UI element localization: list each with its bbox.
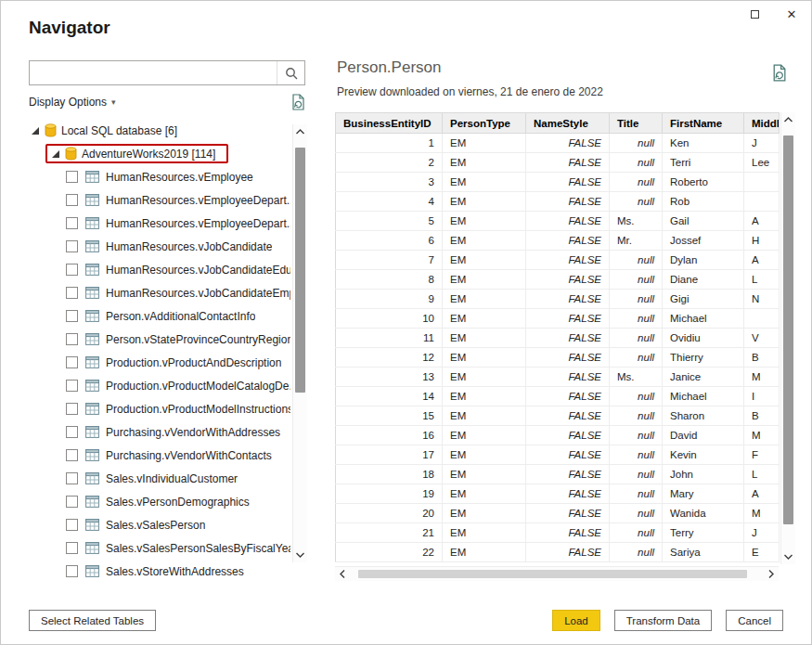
scroll-track[interactable]: [350, 567, 764, 581]
table-checkbox[interactable]: [66, 287, 78, 299]
table-icon: [85, 519, 99, 531]
tree-item-table[interactable]: Production.vProductModelInstructions: [29, 397, 290, 420]
table-checkbox[interactable]: [66, 519, 78, 531]
tree-item-table[interactable]: Sales.vSalesPersonSalesByFiscalYears: [29, 536, 290, 560]
table-checkbox[interactable]: [66, 217, 78, 229]
table-checkbox[interactable]: [66, 496, 78, 508]
display-options-dropdown[interactable]: Display Options ▾: [29, 96, 116, 109]
table-cell: EM: [443, 134, 526, 153]
maximize-button[interactable]: [746, 6, 763, 22]
navigator-dialog: Navigator ✕ Display Options ▾: [0, 0, 812, 645]
table-checkbox[interactable]: [66, 356, 78, 368]
table-icon: [85, 333, 99, 345]
table-checkbox[interactable]: [66, 449, 78, 461]
tree-item-server[interactable]: Local SQL database [6]: [29, 119, 290, 142]
column-header: NameStyle: [526, 113, 610, 134]
table-checkbox[interactable]: [66, 333, 78, 345]
table-cell: Terry: [663, 523, 744, 543]
tree-item-label: Production.vProductModelInstructions: [106, 403, 290, 416]
table-checkbox[interactable]: [66, 565, 78, 577]
table-row: 15EMFALSEnullSharonB: [336, 406, 780, 426]
load-button[interactable]: Load: [552, 610, 600, 631]
scroll-up-icon[interactable]: [293, 124, 308, 139]
table-row: 1EMFALSEnullKenJ: [336, 134, 780, 153]
table-cell: Ovidiu: [663, 329, 744, 348]
table-cell: Kevin: [663, 445, 744, 465]
table-checkbox[interactable]: [66, 264, 78, 276]
scroll-right-icon[interactable]: [764, 567, 779, 582]
table-cell: 22: [336, 543, 443, 562]
tree-scrollbar[interactable]: [292, 124, 307, 562]
table-cell: EM: [443, 426, 526, 445]
table-row: 16EMFALSEnullDavidM: [336, 426, 780, 445]
table-row: 8EMFALSEnullDianeL: [336, 270, 780, 290]
tree-item-database[interactable]: AdventureWorks2019 [114]: [29, 142, 290, 165]
scroll-thumb[interactable]: [295, 148, 305, 393]
table-cell: FALSE: [526, 387, 610, 406]
expander-icon[interactable]: [31, 126, 40, 135]
scroll-down-icon[interactable]: [293, 548, 308, 562]
tree-item-table[interactable]: Purchasing.vVendorWithContacts: [29, 444, 290, 467]
database-icon: [45, 123, 57, 137]
table-checkbox[interactable]: [66, 542, 78, 554]
table-checkbox[interactable]: [66, 240, 78, 252]
tree-item-table[interactable]: Sales.vIndividualCustomer: [29, 467, 290, 490]
table-cell: FALSE: [526, 543, 610, 562]
tree-item-table[interactable]: Production.vProductModelCatalogDe...: [29, 374, 290, 397]
table-checkbox[interactable]: [66, 310, 78, 322]
refresh-preview-icon[interactable]: [771, 64, 787, 82]
scroll-thumb[interactable]: [358, 570, 747, 578]
table-cell: null: [610, 309, 663, 329]
table-cell: EM: [443, 484, 526, 504]
search-button[interactable]: [277, 61, 304, 84]
tree-item-table[interactable]: HumanResources.vJobCandidateEduc...: [29, 258, 290, 281]
tree-item-table[interactable]: Person.vAdditionalContactInfo: [29, 304, 290, 328]
maximize-icon: [751, 10, 759, 19]
tree-table-list: HumanResources.vEmployee HumanResources.…: [29, 165, 290, 583]
tree-item-table[interactable]: HumanResources.vJobCandidate: [29, 235, 290, 258]
cancel-button[interactable]: Cancel: [726, 610, 783, 631]
tree-item-table[interactable]: Sales.vSalesPerson: [29, 513, 290, 536]
table-checkbox[interactable]: [66, 380, 78, 392]
table-cell: null: [610, 484, 663, 504]
scroll-left-icon[interactable]: [335, 567, 350, 582]
preview-table-body: 1EMFALSEnullKenJ2EMFALSEnullTerriLee3EMF…: [336, 134, 780, 562]
tree-item-table[interactable]: Sales.vPersonDemographics: [29, 490, 290, 513]
table-cell: 10: [336, 309, 443, 329]
preview-vscrollbar[interactable]: [780, 112, 795, 564]
scroll-down-icon[interactable]: [781, 549, 796, 564]
tree-item-table[interactable]: HumanResources.vEmployeeDepart...: [29, 188, 290, 212]
tree-item-table[interactable]: Production.vProductAndDescription: [29, 351, 290, 374]
select-related-tables-button[interactable]: Select Related Tables: [29, 610, 156, 631]
table-icon: [85, 380, 99, 392]
tree-item-label: Sales.vStoreWithAddresses: [106, 565, 244, 578]
preview-hscrollbar[interactable]: [335, 566, 779, 581]
table-row: 11EMFALSEnullOvidiuV: [336, 329, 780, 348]
scroll-track[interactable]: [781, 127, 795, 549]
transform-data-button[interactable]: Transform Data: [614, 610, 712, 631]
search-input[interactable]: [30, 61, 277, 84]
tree-item-table[interactable]: Purchasing.vVendorWithAddresses: [29, 420, 290, 444]
scroll-track[interactable]: [293, 139, 307, 548]
scroll-up-icon[interactable]: [781, 112, 796, 127]
table-checkbox[interactable]: [66, 171, 78, 183]
table-checkbox[interactable]: [66, 403, 78, 415]
table-cell: FALSE: [526, 504, 610, 523]
table-cell: EM: [443, 387, 526, 406]
tree-item-table[interactable]: Person.vStateProvinceCountryRegion: [29, 328, 290, 351]
scroll-thumb[interactable]: [783, 135, 793, 524]
table-checkbox[interactable]: [66, 426, 78, 438]
tree-item-table[interactable]: HumanResources.vEmployeeDepart...: [29, 212, 290, 235]
tree-item-table[interactable]: Sales.vStoreWithAddresses: [29, 560, 290, 583]
table-checkbox[interactable]: [66, 472, 78, 484]
table-cell: FALSE: [526, 445, 610, 465]
table-checkbox[interactable]: [66, 194, 78, 206]
tree-item-table[interactable]: HumanResources.vJobCandidateEmp...: [29, 281, 290, 304]
table-cell: Sariya: [663, 543, 744, 562]
expander-icon[interactable]: [51, 149, 60, 159]
tree-item-table[interactable]: HumanResources.vEmployee: [29, 165, 290, 188]
table-cell: null: [610, 426, 663, 445]
table-cell: M: [744, 368, 780, 387]
close-button[interactable]: ✕: [783, 6, 800, 22]
refresh-icon[interactable]: [290, 94, 305, 110]
